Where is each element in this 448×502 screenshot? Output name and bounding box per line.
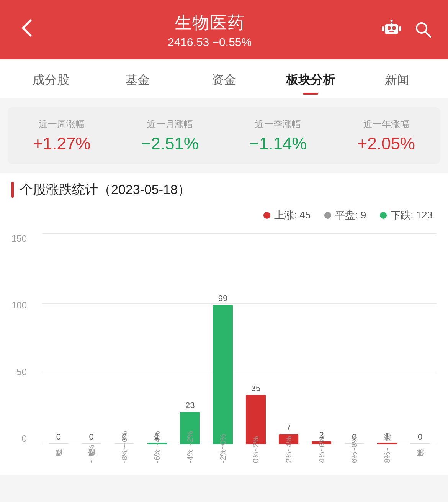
tab-xinwen[interactable]: 新闻 [354,59,440,98]
x-axis-label: -2%~0% [206,444,239,463]
title-accent-bar [11,182,14,198]
bar-group: 0 [75,432,108,444]
stat-value: +2.05% [332,134,441,153]
y-axis-label: 100 [11,300,27,311]
stat-value: −2.51% [116,134,224,153]
x-axis-label: -8%~-6% [108,444,141,463]
bar-value-label: 0 [89,432,94,442]
legend-label: 上涨: 45 [274,208,311,222]
x-axis-label: -4%~-2% [173,444,206,463]
bar-value-label: 99 [218,294,227,303]
y-axis-label: 50 [16,367,27,377]
bar-value-label: 0 [418,432,422,442]
header-subtitle: 2416.53 −0.55% [38,36,381,49]
stat-value: +1.27% [8,134,116,153]
y-axis-label: 150 [11,233,27,244]
tab-chenfen[interactable]: 成分股 [8,59,94,98]
stat-label: 近一周涨幅 [8,118,116,130]
legend-label: 平盘: 9 [335,208,366,222]
tab-jijin[interactable]: 基金 [94,59,181,98]
bar[interactable] [213,305,232,444]
svg-line-9 [425,32,430,37]
stat-label: 近一月涨幅 [116,118,224,130]
chart-area: 150100500 000123993572010 跌停跌停~-8%-8%~-6… [42,233,437,463]
header-actions [381,17,433,43]
legend-item: 下跌: 123 [380,208,433,222]
svg-rect-3 [389,31,394,32]
stat-item: 近一年涨幅 +2.05% [332,118,441,153]
stat-item: 近一季涨幅 −1.14% [224,118,332,153]
svg-point-5 [390,19,393,22]
x-labels: 跌停跌停~-8%-8%~-6%-6%~-4%-4%~-2%-2%~0%0%~2%… [42,444,437,463]
bar-group: 0 [42,432,75,444]
stat-item: 近一周涨幅 +1.27% [8,118,116,153]
x-axis-label: -6%~-4% [141,444,173,463]
svg-rect-2 [392,26,396,30]
search-icon[interactable] [414,20,433,41]
stat-label: 近一年涨幅 [332,118,441,130]
bar-value-label: 23 [185,400,195,410]
legend-item: 平盘: 9 [324,208,366,222]
back-button[interactable] [15,16,38,44]
bars-row: 000123993572010 [42,233,437,444]
x-axis-label: 2%~4% [272,444,305,463]
x-axis-label: 跌停~-8% [75,444,108,463]
robot-icon[interactable] [381,17,402,43]
stats-section: 近一周涨幅 +1.27% 近一月涨幅 −2.51% 近一季涨幅 −1.14% 近… [8,107,440,164]
stat-label: 近一季涨幅 [224,118,332,130]
svg-rect-1 [388,26,391,30]
x-axis-label: 4%~6% [305,444,338,463]
x-axis-label: 涨停 [404,444,437,463]
bar-group: 35 [239,384,272,444]
tab-zijin[interactable]: 资金 [181,59,267,98]
bar-group: 0 [404,432,437,444]
svg-rect-7 [399,26,401,31]
legend-dot [263,212,270,219]
chart-container: 150100500 000123993572010 跌停跌停~-8%-8%~-6… [0,230,448,475]
tab-bankuai[interactable]: 板块分析 [267,59,354,98]
x-axis-label: 0%~2% [239,444,272,463]
bar-group: 1 [371,431,404,444]
svg-rect-6 [382,26,384,31]
bar-value-label: 0 [56,432,61,442]
section-title-text: 个股涨跌统计（2023-05-18） [20,181,191,199]
legend-label: 下跌: 123 [391,208,433,222]
bar-value-label: 7 [286,423,291,433]
chart-legend: 上涨: 45 平盘: 9 下跌: 123 [0,205,448,230]
svg-rect-0 [385,24,398,34]
y-axis: 150100500 [11,233,31,444]
tab-bar: 成分股 基金 资金 板块分析 新闻 [0,59,448,98]
y-axis-label: 0 [22,433,27,444]
stat-item: 近一月涨幅 −2.51% [116,118,224,153]
page-title: 生物医药 [38,11,381,34]
header: 生物医药 2416.53 −0.55% [0,0,448,59]
bar-group: 99 [206,294,239,444]
x-axis-label: 跌停 [42,444,75,463]
x-axis-label: 8%~涨停 [371,444,404,463]
legend-dot [324,212,331,219]
header-center: 生物医药 2416.53 −0.55% [38,11,381,49]
bar-value-label: 35 [251,384,260,394]
legend-dot [380,212,387,219]
x-axis-label: 6%~8% [338,444,371,463]
legend-item: 上涨: 45 [263,208,311,222]
section-title-bar-container: 个股涨跌统计（2023-05-18） [0,173,448,205]
stat-value: −1.14% [224,134,332,153]
bar-value-label: 1 [385,431,389,441]
